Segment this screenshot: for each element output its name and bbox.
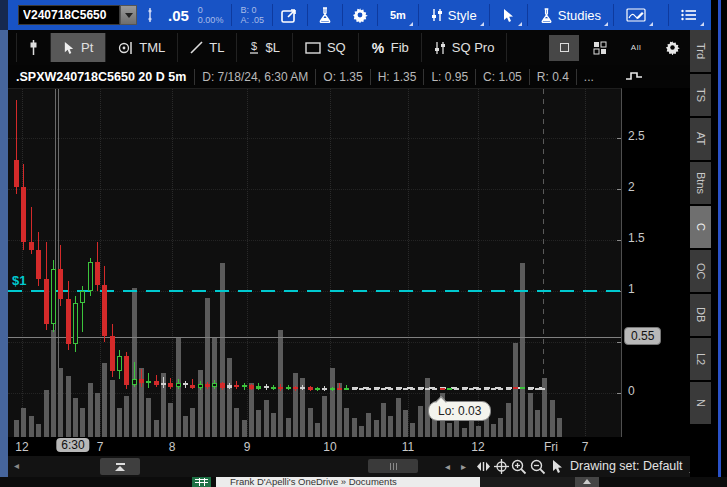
square-icon — [560, 43, 569, 52]
candle-body — [359, 388, 364, 390]
candle-body — [540, 388, 545, 390]
tool-label: SQ — [327, 40, 346, 55]
cursor-icon — [63, 41, 75, 55]
candle-body — [388, 388, 393, 390]
scroll-left-edge-arrow[interactable]: ◂ — [14, 460, 19, 471]
analyze-flask-icon[interactable] — [312, 3, 338, 27]
candle-body — [124, 356, 129, 385]
tool-label: TML — [139, 40, 165, 55]
gear-icon[interactable] — [347, 3, 373, 27]
drawings-button[interactable] — [618, 3, 654, 27]
candle-body — [454, 388, 459, 390]
volume-bar — [51, 330, 56, 437]
candle-body — [176, 383, 181, 387]
volume-bar — [293, 373, 298, 437]
candle-body — [139, 379, 144, 383]
dollar-line-tool-button[interactable]: $$L — [237, 33, 292, 62]
timeframe-button[interactable]: 5m — [382, 3, 414, 27]
background-window-fragment: Frank D'Apelli's OneDrive » Documents — [0, 477, 727, 487]
price-tickmark — [617, 342, 622, 343]
scroll-right-arrow[interactable]: ▸ — [461, 461, 466, 472]
horizontal-gridline — [8, 342, 622, 343]
sidebar-tab-db[interactable]: DB — [690, 294, 711, 336]
top-toolbar: .05 0 0.00% B: 0 A: .05 5m Style — [8, 0, 711, 30]
sidebar-tab-l2[interactable]: L2 — [690, 338, 711, 380]
background-window-title: Frank D'Apelli's OneDrive » Documents — [216, 477, 480, 487]
tool-label: Fib — [391, 40, 409, 55]
change-percent: 0.00% — [198, 15, 224, 25]
price-axis[interactable]: 2.521.510.500.55 — [623, 88, 690, 437]
volume-bar — [36, 424, 41, 437]
pointer-tool-button[interactable]: Pt — [51, 33, 106, 62]
drawing-toolbar: PtTMLTL$$LSQ%FibSQ Pro All — [8, 30, 690, 65]
volume-bar — [344, 408, 349, 437]
pin-toolbar-button[interactable] — [16, 33, 51, 62]
candle-body — [146, 381, 151, 383]
time-bubble: 6:30 — [56, 438, 89, 452]
sliders-icon — [434, 41, 446, 55]
volume-bar — [557, 418, 562, 437]
chart-settings-gear-button[interactable] — [657, 35, 687, 61]
candle-body — [506, 388, 511, 390]
single-chart-button[interactable] — [549, 35, 579, 61]
candle-wick — [141, 369, 142, 387]
time-axis-label: 9 — [244, 440, 251, 454]
volume-bar — [256, 410, 261, 437]
grid-layout-button[interactable] — [585, 35, 615, 61]
horizontal-scrollbar-thumb[interactable] — [368, 459, 418, 473]
style-button[interactable]: Style — [423, 3, 485, 27]
sidebar-tab-ts[interactable]: TS — [690, 74, 711, 116]
symbol-dropdown-button[interactable] — [120, 5, 137, 25]
apply-all-button[interactable]: All — [621, 35, 651, 61]
candle-body — [293, 387, 298, 389]
right-sidebar-tabs: TrdTSATBtnsCOCDBL2N — [690, 30, 712, 487]
vertical-gridline — [100, 89, 101, 437]
zoom-in-icon[interactable] — [510, 458, 528, 475]
sidebar-tab-trd[interactable]: Trd — [690, 30, 711, 72]
volume-bar — [476, 426, 481, 437]
trend-measure-line-tool-button[interactable]: TML — [106, 33, 178, 62]
change-readout: 0 0.00% — [194, 5, 228, 25]
chart-plot-area[interactable]: $1Lo: 0.03 — [8, 88, 622, 437]
volume-bar — [535, 410, 540, 437]
svg-text:%: % — [372, 41, 385, 55]
style-sliders-icon — [431, 8, 443, 22]
studies-button[interactable]: Studies — [532, 3, 609, 27]
sidebar-tab-at[interactable]: AT — [690, 118, 711, 160]
time-axis[interactable]: 12789101112Fri76:30 — [8, 437, 690, 456]
expand-lower-panel-button[interactable] — [100, 458, 140, 475]
crosshair-icon[interactable] — [492, 458, 510, 475]
price-axis-label: 1.5 — [628, 231, 645, 245]
symbol-input[interactable] — [18, 5, 120, 25]
drawing-set-selector[interactable]: Drawing set: Default — [570, 459, 693, 473]
grid-icon — [593, 41, 607, 55]
sidebar-tab-c[interactable]: C — [690, 206, 711, 248]
price-axis-label: 2.5 — [628, 129, 645, 143]
zoom-out-icon[interactable] — [529, 458, 547, 475]
menu-icon[interactable] — [673, 3, 705, 27]
draw-toolbar-right-group: All — [546, 35, 690, 61]
pointer-mode-icon[interactable] — [548, 458, 566, 475]
time-axis-label: Fri — [544, 440, 558, 454]
sidebar-tab-n[interactable]: N — [690, 382, 711, 424]
square-tool-button[interactable]: SQ — [293, 33, 359, 62]
trend-line-tool-button[interactable]: TL — [178, 33, 237, 62]
volume-bar — [29, 416, 34, 437]
sidebar-tab-oc[interactable]: OC — [690, 250, 711, 292]
sq-pro-tool-button[interactable]: SQ Pro — [422, 33, 508, 62]
candle-body — [447, 388, 452, 390]
candle-body — [513, 387, 518, 389]
cursor-button[interactable] — [494, 3, 523, 27]
volume-bar — [330, 368, 335, 437]
fib-tool-button[interactable]: %Fib — [359, 33, 422, 62]
fit-width-icon[interactable] — [474, 458, 492, 475]
last-price-line — [8, 337, 622, 338]
symbol-link-icon[interactable] — [137, 3, 163, 27]
candle-body — [161, 383, 166, 385]
sidebar-tab-btns[interactable]: Btns — [690, 162, 711, 204]
share-icon[interactable] — [277, 3, 303, 27]
chart-type-icon[interactable] — [625, 68, 643, 84]
candle-body — [36, 250, 41, 279]
scroll-left-arrow[interactable]: ◂ — [445, 461, 450, 472]
volume-bar — [403, 410, 408, 437]
